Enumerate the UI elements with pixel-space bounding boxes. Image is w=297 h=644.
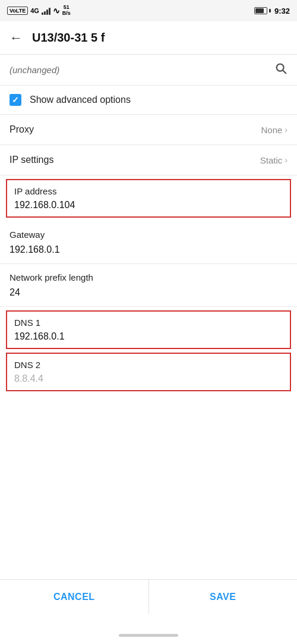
prefix-length-value: 24 <box>10 287 287 298</box>
ip-settings-chevron-icon: › <box>285 155 287 165</box>
prefix-length-field[interactable]: Network prefix length 24 <box>0 264 297 307</box>
status-bar: VoLTE 4G ∿ 51 B/s 9:32 <box>0 0 297 21</box>
proxy-row[interactable]: Proxy None › <box>0 115 297 145</box>
dns1-field[interactable]: DNS 1 192.168.0.1 <box>6 310 291 349</box>
gateway-label: Gateway <box>10 230 287 240</box>
unchanged-row: (unchanged) <box>0 55 297 86</box>
proxy-value: None › <box>261 125 287 135</box>
gateway-field[interactable]: Gateway 192.168.0.1 <box>0 221 297 264</box>
signal-bar-4 <box>49 8 50 15</box>
4g-label: 4G <box>30 7 39 14</box>
page-title: U13/30-31 5 f <box>32 31 105 45</box>
prefix-length-label: Network prefix length <box>10 272 287 282</box>
header: ← U13/30-31 5 f <box>0 21 297 55</box>
ip-address-value: 192.168.0.104 <box>14 200 283 211</box>
ip-settings-label: IP settings <box>10 155 53 165</box>
proxy-label: Proxy <box>10 124 34 135</box>
proxy-chevron-icon: › <box>285 125 287 134</box>
signal-bar-2 <box>44 11 46 15</box>
status-left: VoLTE 4G ∿ 51 B/s <box>7 5 71 17</box>
content: (unchanged) ✓ Show advanced options Prox… <box>0 55 297 454</box>
proxy-value-text: None <box>261 125 282 135</box>
dns2-field[interactable]: DNS 2 8.8.4.4 <box>6 353 291 391</box>
save-button[interactable]: SAVE <box>149 580 298 614</box>
bottom-buttons: CANCEL SAVE <box>0 579 297 614</box>
battery-fill <box>255 8 264 13</box>
dns1-value: 192.168.0.1 <box>14 331 283 342</box>
battery-tip <box>269 9 271 12</box>
wifi-icon: ∿ <box>53 6 60 15</box>
dns2-value: 8.8.4.4 <box>14 373 283 384</box>
home-indicator <box>119 634 178 637</box>
ip-settings-value-text: Static <box>260 155 283 165</box>
signal-bar-1 <box>42 12 43 15</box>
unchanged-text: (unchanged) <box>10 65 59 75</box>
signal-bars <box>42 7 50 15</box>
volte-badge: VoLTE <box>7 7 28 15</box>
advanced-options-row[interactable]: ✓ Show advanced options <box>0 86 297 115</box>
dns2-label: DNS 2 <box>14 360 283 370</box>
signal-bar-3 <box>46 10 48 15</box>
ip-settings-value: Static › <box>260 155 287 165</box>
battery-body <box>254 7 267 14</box>
clock: 9:32 <box>274 7 290 15</box>
dns1-label: DNS 1 <box>14 318 283 328</box>
ip-address-field[interactable]: IP address 192.168.0.104 <box>6 179 291 218</box>
svg-line-1 <box>283 70 286 73</box>
cancel-button[interactable]: CANCEL <box>0 580 149 614</box>
status-right: 9:32 <box>254 7 290 15</box>
advanced-options-label: Show advanced options <box>30 95 131 105</box>
battery-icon <box>254 7 271 14</box>
advanced-options-checkbox[interactable]: ✓ <box>10 94 21 106</box>
gateway-value: 192.168.0.1 <box>10 244 287 255</box>
data-speed: 51 B/s <box>62 5 71 17</box>
search-icon[interactable] <box>274 62 287 78</box>
ip-address-label: IP address <box>14 186 283 196</box>
check-icon: ✓ <box>12 95 19 105</box>
back-button[interactable]: ← <box>10 30 23 46</box>
ip-settings-row[interactable]: IP settings Static › <box>0 145 297 175</box>
